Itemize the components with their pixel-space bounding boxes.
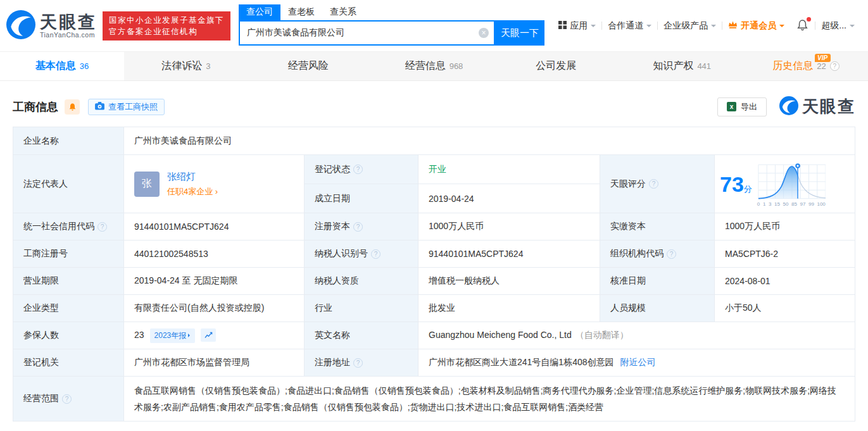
field-label: 企业类型	[23, 303, 59, 314]
reg-capital-value: 1000万人民币	[429, 221, 484, 231]
field-label: 统一社会信用代码	[23, 221, 94, 232]
tianyancha-logo[interactable]: 天眼查 TianYanCha.com	[6, 10, 97, 42]
help-icon[interactable]	[667, 249, 676, 259]
company-type-value: 有限责任公司(自然人投资或控股)	[134, 303, 264, 313]
nav-apps[interactable]: 应用	[553, 20, 601, 32]
field-label: 登记机关	[23, 357, 59, 368]
search-button[interactable]: 天眼一下	[495, 20, 544, 46]
table-row: 企业名称 广州市美诚食品有限公司	[13, 127, 855, 155]
field-label: 天眼评分	[610, 178, 646, 190]
field-label: 英文名称	[315, 330, 350, 341]
field-label: 经营范围	[23, 393, 59, 404]
field-label: 企业名称	[23, 135, 59, 147]
nav-partner-label: 合作通道	[608, 20, 643, 32]
search-input[interactable]	[239, 20, 495, 46]
nav-account-label: 超级...	[821, 20, 846, 32]
table-row: 企业类型 有限责任公司(自然人投资或控股) 行业 批发业 人员规模 小于50人	[13, 295, 855, 322]
nav-apps-label: 应用	[570, 20, 588, 32]
search-tab-relation[interactable]: 查关系	[322, 4, 364, 20]
tab-operation-info[interactable]: 经营信息968	[372, 52, 496, 80]
field-label: 行业	[315, 303, 332, 314]
section-title: 工商信息	[13, 99, 58, 115]
chevron-down-icon	[850, 25, 855, 30]
table-row: 营业期限 2019-04-24 至 无固定期限 纳税人资质 增值税一般纳税人 核…	[13, 268, 855, 295]
score-distribution-chart: 0131550859799100	[757, 161, 826, 207]
chevron-right-icon	[188, 334, 192, 337]
help-icon[interactable]	[353, 165, 363, 174]
legal-rep-companies-link[interactable]: 任职4家企业 ›	[167, 186, 218, 197]
chevron-down-icon	[591, 25, 596, 30]
table-row: 经营范围 食品互联网销售（仅销售预包装食品）;食品进出口;食品销售（仅销售预包装…	[13, 377, 855, 422]
subscribe-bell-button[interactable]	[65, 99, 80, 115]
export-button-label: 导出	[741, 101, 757, 113]
crown-icon	[728, 20, 738, 31]
legal-rep-name-link[interactable]: 张绍灯	[167, 171, 218, 183]
help-icon[interactable]	[371, 249, 381, 259]
auto-translate-note: （自动翻译）	[576, 330, 629, 340]
score-unit: 分	[744, 184, 752, 194]
field-label: 核准日期	[610, 275, 646, 287]
company-tabbar: 基本信息36 法律诉讼3 经营风险 经营信息968 公司发展 知识产权441 V…	[0, 51, 868, 81]
trend-chart-button[interactable]	[201, 328, 216, 342]
gov-badge-line2: 官方备案企业征信机构	[109, 26, 224, 37]
notification-bell[interactable]	[790, 19, 815, 33]
line-chart-icon	[204, 332, 213, 339]
nav-enterprise-label: 企业级产品	[664, 20, 708, 32]
company-name-value: 广州市美诚食品有限公司	[134, 135, 232, 146]
legal-rep-avatar[interactable]: 张	[134, 172, 160, 197]
score-axis: 0131550859799100	[757, 201, 826, 207]
tianyancha-logo-icon	[779, 96, 798, 118]
help-icon[interactable]	[97, 222, 107, 232]
export-button[interactable]: 导出	[717, 97, 767, 116]
field-label: 法定代表人	[23, 178, 68, 190]
chevron-down-icon	[711, 25, 716, 30]
tab-legal-proceedings[interactable]: 法律诉讼3	[124, 52, 248, 80]
search-area: 查公司 查老板 查关系 天眼一下	[239, 0, 544, 46]
paid-capital-value: 1000万人民币	[725, 221, 780, 231]
field-label: 注册资本	[315, 221, 350, 232]
gov-badge-line1: 国家中小企业发展子基金旗下	[109, 15, 224, 26]
tab-intellectual-property[interactable]: 知识产权441	[620, 52, 744, 80]
help-icon[interactable]	[353, 222, 363, 232]
tab-history-info[interactable]: VIP 历史信息22	[744, 52, 868, 80]
help-icon[interactable]	[353, 358, 363, 368]
tab-business-risk[interactable]: 经营风险	[248, 52, 372, 80]
nav-account[interactable]: 超级...	[815, 20, 860, 32]
tab-basic-info[interactable]: 基本信息36	[0, 52, 124, 80]
nav-vip-membership[interactable]: 开通会员	[722, 20, 790, 32]
table-row: 参保人数 232023年报 英文名称 Guangzhou Meicheng Fo…	[13, 322, 855, 349]
score-axis-tick: 3	[769, 201, 771, 207]
score-axis-tick: 50	[783, 201, 788, 207]
vip-badge: VIP	[815, 54, 831, 62]
section-header: 工商信息 查看工商快照 导出 天眼查	[13, 96, 855, 118]
field-label: 登记状态	[315, 164, 350, 175]
snapshot-button-label: 查看工商快照	[108, 101, 158, 113]
logo-title: 天眼查	[40, 13, 97, 31]
annual-report-badge[interactable]: 2023年报	[150, 328, 196, 343]
field-label: 工商注册号	[23, 248, 68, 259]
apps-grid-icon	[558, 21, 567, 31]
score-axis-tick: 97	[800, 201, 805, 207]
tab-company-development[interactable]: 公司发展	[496, 52, 620, 80]
help-icon[interactable]	[62, 394, 72, 404]
org-code-value: MA5CPTJ6-2	[725, 249, 778, 259]
excel-icon	[727, 102, 736, 111]
staff-size-value: 小于50人	[725, 303, 762, 313]
nav-enterprise[interactable]: 企业级产品	[658, 20, 722, 32]
clear-icon[interactable]	[479, 28, 489, 38]
help-icon[interactable]	[830, 61, 840, 71]
search-tab-company[interactable]: 查公司	[239, 4, 280, 20]
chevron-down-icon	[779, 25, 784, 30]
help-icon[interactable]	[649, 179, 658, 189]
nav-vip-label: 开通会员	[741, 20, 776, 32]
score-axis-tick: 0	[757, 201, 760, 207]
approval-date-value: 2024-08-01	[725, 276, 771, 286]
field-label: 营业期限	[23, 275, 59, 287]
nearby-companies-link[interactable]: 附近公司	[620, 357, 656, 367]
business-term-value: 2019-04-24 至 无固定期限	[134, 275, 237, 285]
chevron-down-icon	[646, 25, 651, 30]
nav-partner[interactable]: 合作通道	[602, 20, 657, 32]
bell-icon	[68, 103, 77, 111]
search-tab-boss[interactable]: 查老板	[280, 4, 322, 20]
snapshot-button[interactable]: 查看工商快照	[88, 99, 165, 115]
